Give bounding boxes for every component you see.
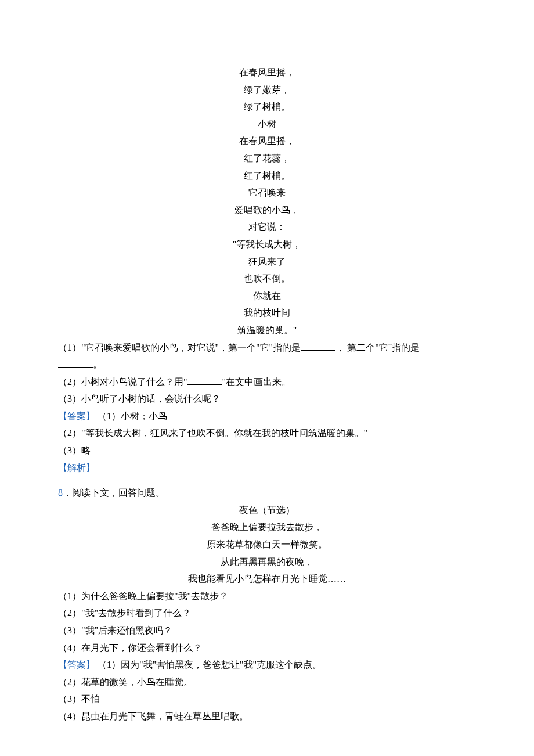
poem1-line: 在春风里摇， [58, 64, 476, 81]
document-page: 在春风里摇， 绿了嫩芽， 绿了树梢。 小树 在春风里摇， 红了花蕊， 红了树梢。… [0, 0, 534, 756]
poem1-line: 小树 [58, 116, 476, 133]
poem1-line: 绿了嫩芽， [58, 81, 476, 99]
answer2-line-3: （3）不怕 [58, 690, 476, 708]
poem1-line: 对它说： [58, 218, 476, 236]
answer-label: 【答案】 [58, 411, 95, 421]
question-8-part3: （3）"我"后来还怕黑夜吗？ [58, 622, 476, 639]
text: ， 第二个"它"指的是 [335, 343, 420, 352]
question-8-part4: （4）在月光下，你还会看到什么？ [58, 639, 476, 657]
answer-text: （1）小树；小鸟 [95, 411, 167, 421]
question-1-part1: （1）"它召唤来爱唱歌的小鸟，对它说"，第一个"它"指的是， 第二个"它"指的是 [58, 339, 476, 357]
analysis-label: 【解析】 [58, 463, 95, 473]
text: （2）小树对小鸟说了什么？用" [58, 377, 187, 387]
question-number: 8 [58, 488, 63, 498]
poem2-line: 爸爸晚上偏要拉我去散步， [58, 519, 476, 536]
question-8-part2: （2）"我"去散步时看到了什么？ [58, 604, 476, 622]
answer-line-1: 【答案】 （1）小树；小鸟 [58, 408, 476, 425]
poem1-line: 绿了树梢。 [58, 98, 476, 116]
poem1-line: 它召唤来 [58, 184, 476, 201]
poem1-line: 也吹不倒。 [58, 270, 476, 287]
poem2-line: 原来花草都像白天一样微笑。 [58, 536, 476, 553]
answer-line-2: （2）"等我长成大树，狂风来了也吹不倒。你就在我的枝叶间筑温暖的巢。" [58, 424, 476, 442]
question-1-part3: （3）小鸟听了小树的话，会说什么呢？ [58, 390, 476, 408]
poem1-line: 你就在 [58, 287, 476, 305]
fill-blank [58, 358, 93, 368]
question-8-stem: 8．阅读下文，回答问题。 [58, 484, 476, 502]
poem1-line: 在春风里摇， [58, 132, 476, 150]
text: "在文中画出来。 [222, 377, 291, 387]
answer-label: 【答案】 [58, 660, 95, 669]
poem2-line: 从此再黑再黑的夜晚， [58, 553, 476, 571]
fill-blank [187, 375, 222, 385]
analysis-line: 【解析】 [58, 459, 476, 477]
answer2-line-1: 【答案】 （1）因为"我"害怕黑夜，爸爸想让"我"克服这个缺点。 [58, 656, 476, 674]
answer2-line-2: （2）花草的微笑，小鸟在睡觉。 [58, 674, 476, 691]
poem1-line: 筑温暖的巢。" [58, 322, 476, 339]
spacer [58, 476, 476, 484]
poem1-line: "等我长成大树， [58, 236, 476, 253]
answer-line-3: （3）略 [58, 442, 476, 459]
text: （1）"它召唤来爱唱歌的小鸟，对它说"，第一个"它"指的是 [58, 343, 301, 352]
text: 。 [93, 359, 102, 369]
poem2-line: 我也能看见小鸟怎样在月光下睡觉…… [58, 570, 476, 588]
poem1-line: 爱唱歌的小鸟， [58, 201, 476, 219]
poem1-line: 红了花蕊， [58, 150, 476, 167]
fill-blank [301, 341, 335, 351]
poem2-title: 夜色（节选） [58, 502, 476, 519]
answer2-line-4: （4）昆虫在月光下飞舞，青蛙在草丛里唱歌。 [58, 708, 476, 725]
stem-text: ．阅读下文，回答问题。 [63, 488, 165, 498]
question-1-part2: （2）小树对小鸟说了什么？用""在文中画出来。 [58, 373, 476, 391]
question-1-part1-cont: 。 [58, 356, 476, 373]
poem1-line: 我的枝叶间 [58, 304, 476, 322]
poem1-line: 狂风来了 [58, 253, 476, 271]
poem1-line: 红了树梢。 [58, 167, 476, 185]
question-8-part1: （1）为什么爸爸晚上偏要拉"我"去散步？ [58, 588, 476, 605]
answer-text: （1）因为"我"害怕黑夜，爸爸想让"我"克服这个缺点。 [95, 660, 322, 669]
